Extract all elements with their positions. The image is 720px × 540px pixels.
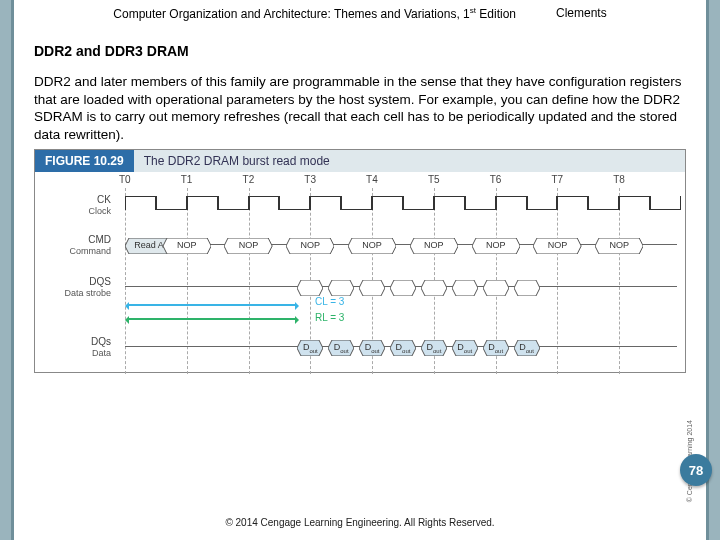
- cmd-sublabel: Command: [69, 246, 111, 256]
- hex-bubble: [390, 280, 416, 296]
- hex-bubble: NOP: [595, 238, 643, 254]
- slide: Computer Organization and Architecture: …: [0, 0, 720, 540]
- edition-word: Edition: [476, 7, 516, 21]
- section-title: DDR2 and DDR3 DRAM: [34, 43, 686, 59]
- hex-bubble: [328, 280, 354, 296]
- svg-marker-15: [483, 280, 509, 296]
- dqs-sublabel: Data strobe: [64, 288, 111, 298]
- tick-label: T6: [490, 174, 502, 185]
- svg-marker-10: [328, 280, 354, 296]
- clock-low: [465, 196, 496, 210]
- header: Computer Organization and Architecture: …: [14, 0, 706, 29]
- tick-label: T3: [304, 174, 316, 185]
- hex-bubble: NOP: [224, 238, 272, 254]
- hex-bubble: [359, 280, 385, 296]
- book-title-text: Computer Organization and Architecture: …: [113, 7, 469, 21]
- author: Clements: [556, 6, 607, 21]
- hex-bubble: NOP: [410, 238, 458, 254]
- tick-label: T1: [181, 174, 193, 185]
- hex-bubble: Dout: [421, 340, 447, 356]
- clock-high: [249, 196, 280, 210]
- hex-bubble: NOP: [472, 238, 520, 254]
- row-label-dq: DQs Data: [41, 336, 111, 358]
- cmd-row: Read A NOP NOP NOP NOP NOP NOP NOP NOP: [125, 236, 677, 256]
- hex-bubble: [483, 280, 509, 296]
- footer-copyright: © 2014 Cengage Learning Engineering. All…: [14, 517, 706, 528]
- rl-label: RL = 3: [315, 312, 344, 323]
- hex-bubble: [514, 280, 540, 296]
- dqs-row: [125, 278, 677, 298]
- tick-label: T7: [551, 174, 563, 185]
- hex-bubble: NOP: [348, 238, 396, 254]
- content: DDR2 and DDR3 DRAM DDR2 and later member…: [14, 43, 706, 373]
- hex-bubble: NOP: [533, 238, 581, 254]
- row-label-cmd: CMD Command: [41, 234, 111, 256]
- figure: FIGURE 10.29 The DDR2 DRAM burst read mo…: [34, 149, 686, 373]
- row-label-dqs: DQS Data strobe: [41, 276, 111, 298]
- clock-low: [403, 196, 434, 210]
- dq-row: Dout Dout Dout Dout Dout Dout Dout Dout: [125, 338, 677, 358]
- figure-caption: The DDR2 DRAM burst read mode: [134, 150, 685, 172]
- timing-diagram: T0T1T2T3T4T5T6T7T8 CK Clock CMD Command …: [35, 172, 685, 372]
- hex-bubble: Dout: [297, 340, 323, 356]
- rl-arrow: [127, 318, 297, 320]
- clock-low: [279, 196, 310, 210]
- clock-high: [310, 196, 341, 210]
- ck-sublabel: Clock: [88, 206, 111, 216]
- svg-marker-13: [421, 280, 447, 296]
- hex-bubble: NOP: [286, 238, 334, 254]
- hex-bubble: Dout: [390, 340, 416, 356]
- tick-label: T0: [119, 174, 131, 185]
- page-number-badge: 78: [680, 454, 712, 486]
- dqs-label: DQS: [89, 276, 111, 287]
- hex-bubble: Dout: [328, 340, 354, 356]
- clock-low: [527, 196, 558, 210]
- figure-number: FIGURE 10.29: [35, 150, 134, 172]
- dq-label: DQs: [91, 336, 111, 347]
- clock-low: [218, 196, 249, 210]
- svg-marker-12: [390, 280, 416, 296]
- clock-low: [156, 196, 187, 210]
- tick-row: T0T1T2T3T4T5T6T7T8: [125, 174, 677, 188]
- clock-high: [496, 196, 527, 210]
- book-title: Computer Organization and Architecture: …: [113, 6, 516, 21]
- clock-high: [619, 196, 650, 210]
- hex-bubble: [297, 280, 323, 296]
- tick-label: T5: [428, 174, 440, 185]
- clock-low: [341, 196, 372, 210]
- border-left: [11, 0, 14, 540]
- tick-label: T2: [243, 174, 255, 185]
- clock-low: [650, 196, 681, 210]
- svg-marker-14: [452, 280, 478, 296]
- hex-bubble: NOP: [163, 238, 211, 254]
- hex-bubble: Dout: [514, 340, 540, 356]
- hex-bubble: Dout: [483, 340, 509, 356]
- cmd-label: CMD: [88, 234, 111, 245]
- svg-marker-11: [359, 280, 385, 296]
- svg-marker-16: [514, 280, 540, 296]
- clock-high: [372, 196, 403, 210]
- figure-header: FIGURE 10.29 The DDR2 DRAM burst read mo…: [35, 150, 685, 172]
- hex-bubble: [421, 280, 447, 296]
- tick-label: T4: [366, 174, 378, 185]
- ck-label: CK: [97, 194, 111, 205]
- svg-marker-9: [297, 280, 323, 296]
- row-label-ck: CK Clock: [41, 194, 111, 216]
- clock-high: [187, 196, 218, 210]
- dq-sublabel: Data: [92, 348, 111, 358]
- tick-label: T8: [613, 174, 625, 185]
- hex-bubble: Dout: [359, 340, 385, 356]
- clock-high: [434, 196, 465, 210]
- body-text: DDR2 and later members of this family ar…: [34, 73, 686, 143]
- cl-arrow: [127, 304, 297, 306]
- clock-high: [557, 196, 588, 210]
- hex-bubble: [452, 280, 478, 296]
- hex-bubble: Dout: [452, 340, 478, 356]
- cl-label: CL = 3: [315, 296, 344, 307]
- clock-high: [125, 196, 156, 210]
- clock-waveform: [125, 192, 677, 216]
- clock-low: [588, 196, 619, 210]
